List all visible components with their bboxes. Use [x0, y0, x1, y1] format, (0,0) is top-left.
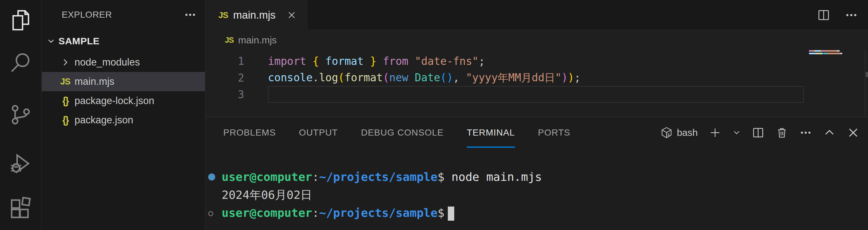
- minimap-line: [809, 53, 842, 54]
- shell-label: bash: [677, 127, 698, 138]
- terminal-bash-icon[interactable]: $ bash: [660, 126, 698, 139]
- tab-main-mjs[interactable]: JS main.mjs: [206, 0, 308, 30]
- editor-area: JS main.mjs JS main.mjs 1import { format…: [206, 0, 868, 230]
- line-number: 3: [206, 88, 244, 101]
- panel-tab-output[interactable]: OUTPUT: [299, 117, 338, 148]
- code-editor[interactable]: 1import { format } from "date-fns";2cons…: [206, 50, 868, 117]
- more-actions-icon[interactable]: [799, 126, 812, 139]
- search-icon[interactable]: [0, 48, 41, 77]
- terminal-toolbar: $ bash: [660, 126, 860, 139]
- terminal-row: user@computer:~/projects/sample$: [206, 204, 868, 223]
- editor-actions: [816, 0, 859, 30]
- kill-terminal-icon[interactable]: [775, 126, 788, 139]
- scrollbar-divider: [865, 50, 865, 117]
- files-icon[interactable]: [0, 6, 41, 35]
- tab-label: main.mjs: [233, 9, 276, 21]
- code-text: console.log(format(new Date(), "yyyy年MM月…: [268, 71, 581, 85]
- js-file-icon: JS: [218, 10, 228, 20]
- panel-tab-ports[interactable]: PORTS: [538, 117, 570, 148]
- more-actions-icon[interactable]: [844, 7, 859, 23]
- json-file-icon: {}: [57, 95, 74, 107]
- tab-bar: JS main.mjs: [206, 0, 868, 30]
- launch-profile-chevron-icon[interactable]: [733, 129, 741, 137]
- minimap[interactable]: [809, 50, 854, 55]
- code-line-2[interactable]: 2console.log(format(new Date(), "yyyy年MM…: [206, 69, 868, 86]
- command-success-dot-icon: [206, 173, 222, 180]
- code-text: import { format } from "date-fns";: [268, 55, 485, 67]
- split-terminal-icon[interactable]: [752, 126, 765, 139]
- explorer-title: EXPLORER: [62, 10, 183, 20]
- current-line-highlight: [268, 86, 804, 103]
- chevron-down-icon: [46, 36, 56, 46]
- run-debug-icon[interactable]: [0, 149, 41, 178]
- panel-tab-debug-console[interactable]: DEBUG CONSOLE: [361, 117, 444, 148]
- svg-text:$: $: [668, 132, 670, 136]
- file-label: package-lock.json: [74, 95, 154, 107]
- terminal-row: user@computer:~/projects/sample$ node ma…: [206, 168, 868, 186]
- file-tree: node_modulesJSmain.mjs{}package-lock.jso…: [42, 53, 205, 130]
- terminal[interactable]: user@computer:~/projects/sample$ node ma…: [206, 167, 868, 230]
- breadcrumb-item: main.mjs: [238, 35, 277, 45]
- line-number: 1: [206, 55, 244, 67]
- split-editor-icon[interactable]: [816, 7, 831, 23]
- new-terminal-icon[interactable]: [709, 126, 721, 139]
- js-file-icon: JS: [57, 77, 74, 87]
- terminal-prompt-line: user@computer:~/projects/sample$ node ma…: [222, 170, 542, 184]
- bottom-panel: PROBLEMSOUTPUTDEBUG CONSOLETERMINALPORTS…: [206, 117, 868, 230]
- terminal-row: 2024年06月02日: [206, 186, 868, 204]
- file-row-package-lock.json[interactable]: {}package-lock.json: [42, 91, 205, 110]
- line-number: 2: [206, 72, 244, 84]
- terminal-output: 2024年06月02日: [222, 187, 312, 203]
- js-file-icon: JS: [225, 36, 234, 45]
- file-label: package.json: [74, 114, 133, 126]
- file-row-package.json[interactable]: {}package.json: [42, 110, 205, 130]
- folder-name: SAMPLE: [59, 36, 100, 46]
- code-line-3[interactable]: 3: [206, 86, 868, 103]
- activity-bar: [0, 0, 42, 230]
- panel-tab-terminal[interactable]: TERMINAL: [467, 117, 515, 148]
- source-control-icon[interactable]: [0, 100, 41, 129]
- panel-tab-problems[interactable]: PROBLEMS: [223, 117, 276, 148]
- maximize-panel-icon[interactable]: [823, 126, 836, 139]
- command-pending-dot-icon: [206, 211, 222, 216]
- close-tab-icon[interactable]: [285, 9, 298, 22]
- file-label: main.mjs: [74, 76, 114, 87]
- panel-tabs: PROBLEMSOUTPUTDEBUG CONSOLETERMINALPORTS: [223, 117, 594, 148]
- file-label: node_modules: [74, 57, 140, 68]
- explorer-sidebar: EXPLORER SAMPLE node_modulesJSmain.mjs{}…: [42, 0, 206, 230]
- scrollbar-slider[interactable]: [866, 72, 868, 77]
- chevron-right-icon: [57, 58, 74, 67]
- file-row-node_modules[interactable]: node_modules: [42, 53, 205, 72]
- code-line-1[interactable]: 1import { format } from "date-fns";: [206, 53, 868, 69]
- chevron-right-icon: [60, 58, 70, 67]
- folder-section-header[interactable]: SAMPLE: [42, 32, 205, 50]
- extensions-icon[interactable]: [0, 194, 41, 223]
- breadcrumb[interactable]: JS main.mjs: [206, 30, 868, 50]
- json-file-icon: {}: [57, 114, 74, 126]
- more-actions-icon[interactable]: [183, 8, 197, 22]
- close-panel-icon[interactable]: [847, 126, 860, 139]
- terminal-cursor: [448, 206, 454, 221]
- vscode-window: EXPLORER SAMPLE node_modulesJSmain.mjs{}…: [0, 0, 868, 230]
- panel-header: PROBLEMSOUTPUTDEBUG CONSOLETERMINALPORTS…: [206, 117, 868, 148]
- explorer-header: EXPLORER: [42, 0, 205, 30]
- minimap-line: [809, 50, 840, 52]
- terminal-prompt-line: user@computer:~/projects/sample$: [222, 206, 454, 221]
- file-row-main.mjs[interactable]: JSmain.mjs: [42, 72, 205, 91]
